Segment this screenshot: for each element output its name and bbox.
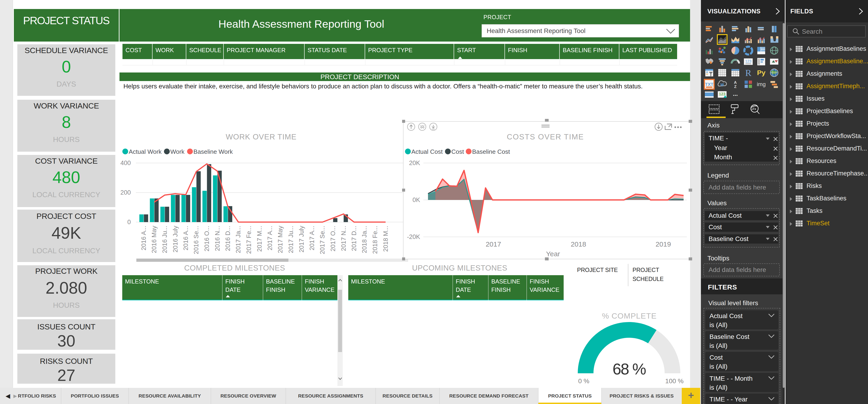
svg-text:2017: 2017 — [486, 240, 501, 248]
svg-text:Cost: Cost — [451, 148, 464, 155]
svg-text:2017 O...: 2017 O... — [330, 226, 337, 251]
svg-text:2017 N...: 2017 N... — [340, 226, 347, 251]
svg-text:123: 123 — [745, 59, 751, 63]
svg-text:68 %: 68 % — [613, 360, 646, 378]
svg-text:2017 Ja...: 2017 Ja... — [235, 226, 242, 253]
svg-text:0: 0 — [127, 218, 131, 226]
svg-text:TXT: TXT — [705, 82, 713, 87]
svg-text:2016 D...: 2016 D... — [224, 226, 231, 251]
svg-text:2016 A...: 2016 A... — [140, 226, 147, 250]
svg-text:123: 123 — [719, 92, 725, 96]
svg-text:-20K: -20K — [407, 233, 420, 240]
svg-text:2017 Fe...: 2017 Fe... — [245, 226, 252, 254]
svg-text:Py: Py — [757, 69, 766, 76]
svg-text:20K: 20K — [409, 160, 420, 166]
svg-text:2016 A...: 2016 A... — [182, 226, 189, 250]
svg-text:200: 200 — [120, 189, 131, 196]
svg-text:2016 N...: 2016 N... — [214, 226, 221, 251]
svg-text:400: 400 — [120, 160, 131, 166]
svg-text:img: img — [757, 81, 766, 87]
svg-text:W: W — [720, 83, 724, 87]
svg-text:2018: 2018 — [571, 240, 586, 248]
svg-text:2018 M...: 2018 M... — [382, 226, 389, 252]
svg-text:% COMPLETE: % COMPLETE — [602, 311, 657, 320]
svg-text:A: A — [734, 80, 737, 85]
svg-text:Year: Year — [546, 250, 560, 258]
svg-text:2017 May: 2017 May — [277, 226, 284, 253]
svg-text:2017 Ju...: 2017 Ju... — [287, 226, 294, 253]
svg-text:100 %: 100 % — [665, 377, 684, 384]
svg-text:Baseline Work: Baseline Work — [193, 148, 233, 155]
svg-text:2016 May: 2016 May — [151, 226, 158, 253]
svg-text:2017 D...: 2017 D... — [350, 226, 358, 251]
svg-text:Work: Work — [170, 148, 185, 155]
svg-text:2016 July: 2016 July — [172, 226, 179, 252]
svg-text:Baseline Cost: Baseline Cost — [472, 148, 510, 155]
svg-text:2016 Ju...: 2016 Ju... — [161, 226, 168, 253]
svg-text:COSTS OVER TIME: COSTS OVER TIME — [507, 133, 584, 141]
svg-text:Z: Z — [734, 85, 737, 89]
svg-text:2018 Ja...: 2018 Ja... — [361, 226, 368, 253]
svg-text:...: ... — [733, 90, 738, 97]
svg-text:WORK OVER TIME: WORK OVER TIME — [226, 133, 297, 141]
svg-text:Actual Work: Actual Work — [129, 148, 162, 155]
svg-text:2017 A...: 2017 A... — [309, 226, 315, 250]
svg-text:2017 M...: 2017 M... — [256, 226, 263, 252]
svg-text:2017 A...: 2017 A... — [267, 226, 273, 250]
svg-text:Actual Cost: Actual Cost — [411, 148, 443, 155]
svg-text:R: R — [745, 68, 751, 78]
svg-text:0 %: 0 % — [578, 377, 589, 384]
svg-text:2019: 2019 — [656, 240, 671, 248]
svg-text:2018 Fe...: 2018 Fe... — [372, 226, 378, 254]
svg-text:0K: 0K — [412, 197, 420, 203]
svg-text:2016 Se...: 2016 Se... — [193, 226, 200, 254]
svg-text:2017 July: 2017 July — [298, 226, 305, 252]
svg-text:2016 O...: 2016 O... — [204, 226, 210, 251]
svg-text:2017 Se...: 2017 Se... — [319, 226, 326, 254]
